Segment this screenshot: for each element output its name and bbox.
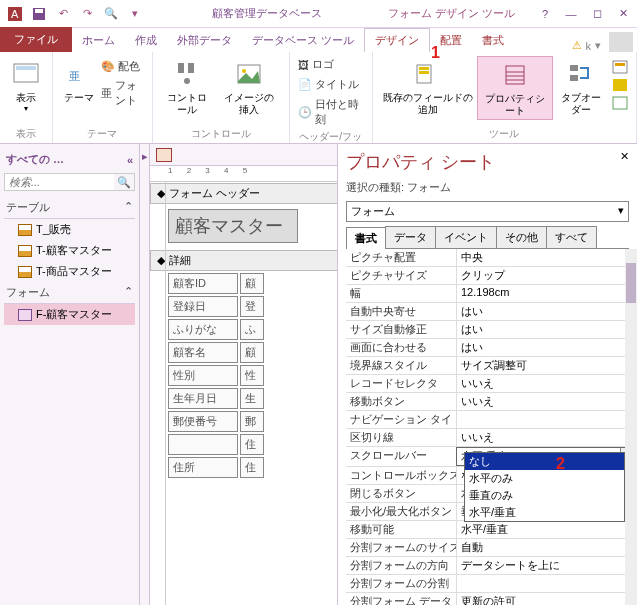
property-value[interactable]	[456, 575, 637, 592]
property-value[interactable]: はい	[456, 339, 637, 356]
help-icon[interactable]: ?	[535, 4, 555, 24]
property-value[interactable]: いいえ	[456, 429, 637, 446]
tab-dbtools[interactable]: データベース ツール	[242, 29, 364, 52]
nav-item-table[interactable]: T-顧客マスター	[4, 240, 135, 261]
tab-create[interactable]: 作成	[125, 29, 167, 52]
property-scrollbar[interactable]	[625, 249, 637, 605]
field-control[interactable]: 顧	[240, 342, 264, 363]
property-value[interactable]: はい	[456, 303, 637, 320]
undo-icon[interactable]: ↶	[52, 3, 74, 25]
property-value[interactable]: 自動	[456, 539, 637, 556]
property-row[interactable]: サイズ自動修正はい	[346, 321, 637, 339]
form-title-control[interactable]: 顧客マスター	[168, 209, 298, 243]
save-icon[interactable]	[28, 3, 50, 25]
collapse-nav-icon[interactable]: «	[127, 154, 133, 166]
property-value[interactable]: サイズ調整可	[456, 357, 637, 374]
property-value[interactable]: はい	[456, 321, 637, 338]
field-control[interactable]: 住	[240, 434, 264, 455]
property-row[interactable]: 移動可能水平/垂直	[346, 521, 637, 539]
subform-icon[interactable]	[612, 60, 628, 74]
dropdown-option[interactable]: 垂直のみ	[465, 487, 624, 504]
tab-file[interactable]: ファイル	[0, 27, 72, 52]
property-row[interactable]: 分割フォーム データ更新の許可	[346, 593, 637, 605]
property-value[interactable]: 12.198cm	[456, 285, 637, 302]
field-label[interactable]: 登録日	[168, 296, 238, 317]
search-icon[interactable]: 🔍	[114, 174, 134, 190]
property-row[interactable]: 境界線スタイルサイズ調整可	[346, 357, 637, 375]
property-value[interactable]: 水平/垂直	[456, 521, 637, 538]
property-value[interactable]: 更新の許可	[456, 593, 637, 605]
property-row[interactable]: ナビゲーション タイトル	[346, 411, 637, 429]
field-control[interactable]: 登	[240, 296, 264, 317]
access-app-icon[interactable]: A	[4, 3, 26, 25]
field-label[interactable]: 生年月日	[168, 388, 238, 409]
nav-group-forms[interactable]: フォーム⌃	[4, 282, 135, 304]
field-label[interactable]: 性別	[168, 365, 238, 386]
dropdown-option[interactable]: なし	[465, 453, 624, 470]
prop-tab-other[interactable]: その他	[496, 226, 547, 248]
datetime-button[interactable]: 🕒日付と時刻	[296, 96, 366, 128]
dropdown-option[interactable]: 水平のみ	[465, 470, 624, 487]
property-value[interactable]	[456, 411, 637, 428]
property-row[interactable]: 自動中央寄せはい	[346, 303, 637, 321]
field-control[interactable]: 顧	[240, 273, 264, 294]
field-control[interactable]: ふ	[240, 319, 264, 340]
controls-button[interactable]: コントロール	[159, 56, 217, 118]
insert-image-button[interactable]: イメージの挿入	[216, 56, 282, 118]
nav-group-tables[interactable]: テーブル⌃	[4, 197, 135, 219]
field-label[interactable]: 住所	[168, 457, 238, 478]
property-row[interactable]: 分割フォームの方向データシートを上に	[346, 557, 637, 575]
property-row[interactable]: 画面に合わせるはい	[346, 339, 637, 357]
nav-search[interactable]: 🔍	[4, 173, 135, 191]
property-row[interactable]: ピクチャ配置中央	[346, 249, 637, 267]
view-button[interactable]: 表示▾	[6, 56, 46, 115]
field-label[interactable]: ふりがな	[168, 319, 238, 340]
redo-icon[interactable]: ↷	[76, 3, 98, 25]
field-control[interactable]: 性	[240, 365, 264, 386]
logo-button[interactable]: 🖼ロゴ	[296, 56, 366, 73]
colors-button[interactable]: 🎨配色	[99, 58, 146, 75]
tab-home[interactable]: ホーム	[72, 29, 125, 52]
property-value[interactable]: いいえ	[456, 393, 637, 410]
field-control[interactable]: 郵	[240, 411, 264, 432]
property-row[interactable]: 分割フォームの分割	[346, 575, 637, 593]
property-row[interactable]: ピクチャサイズクリップ	[346, 267, 637, 285]
field-label[interactable]: 顧客ID	[168, 273, 238, 294]
prop-tab-all[interactable]: すべて	[546, 226, 597, 248]
nav-title[interactable]: すべての …«	[4, 148, 135, 171]
tab-external[interactable]: 外部データ	[167, 29, 242, 52]
search-input[interactable]	[5, 174, 114, 190]
add-field-button[interactable]: 既存のフィールドの追加	[379, 56, 477, 120]
print-preview-icon[interactable]: 🔍	[100, 3, 122, 25]
field-label[interactable]	[168, 434, 238, 455]
restore-icon[interactable]: ◻	[587, 4, 607, 24]
code-icon[interactable]	[612, 78, 628, 92]
close-property-sheet-icon[interactable]: ✕	[620, 150, 629, 163]
prop-tab-data[interactable]: データ	[385, 226, 436, 248]
object-selector[interactable]: フォーム▾	[346, 201, 629, 222]
property-value[interactable]: データシートを上に	[456, 557, 637, 574]
property-value[interactable]: クリップ	[456, 267, 637, 284]
property-sheet-button[interactable]: プロパティシート	[477, 56, 553, 120]
field-control[interactable]: 住	[240, 457, 264, 478]
prop-tab-format[interactable]: 書式	[346, 227, 386, 249]
title-button[interactable]: 📄タイトル	[296, 76, 366, 93]
property-row[interactable]: 区切り線いいえ	[346, 429, 637, 447]
dropdown-option[interactable]: 水平/垂直	[465, 504, 624, 521]
scrollbar-dropdown[interactable]: なし水平のみ垂直のみ水平/垂直	[464, 452, 625, 522]
property-row[interactable]: レコードセレクタいいえ	[346, 375, 637, 393]
minimize-icon[interactable]: —	[561, 4, 581, 24]
convert-macro-icon[interactable]	[612, 96, 628, 110]
tab-order-button[interactable]: タブオーダー	[553, 56, 610, 120]
qat-dropdown-icon[interactable]: ▾	[124, 3, 146, 25]
close-icon[interactable]: ✕	[613, 4, 633, 24]
prop-tab-event[interactable]: イベント	[435, 226, 497, 248]
property-row[interactable]: 分割フォームのサイズ自動	[346, 539, 637, 557]
nav-item-table[interactable]: T-商品マスター	[4, 261, 135, 282]
field-label[interactable]: 郵便番号	[168, 411, 238, 432]
tab-format[interactable]: 書式	[472, 29, 514, 52]
property-value[interactable]: いいえ	[456, 375, 637, 392]
nav-item-form[interactable]: F-顧客マスター	[4, 304, 135, 325]
collapse-bar[interactable]: ▸	[140, 144, 150, 605]
nav-item-table[interactable]: T_販売	[4, 219, 135, 240]
